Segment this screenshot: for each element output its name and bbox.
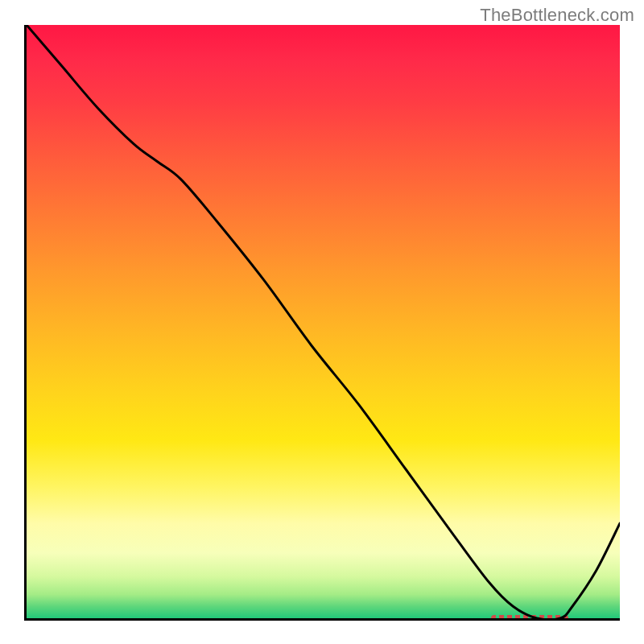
watermark-text: TheBottleneck.com	[480, 5, 634, 26]
plot-area	[24, 25, 620, 621]
chart-stage: TheBottleneck.com	[0, 0, 644, 644]
bottleneck-curve	[27, 25, 620, 618]
